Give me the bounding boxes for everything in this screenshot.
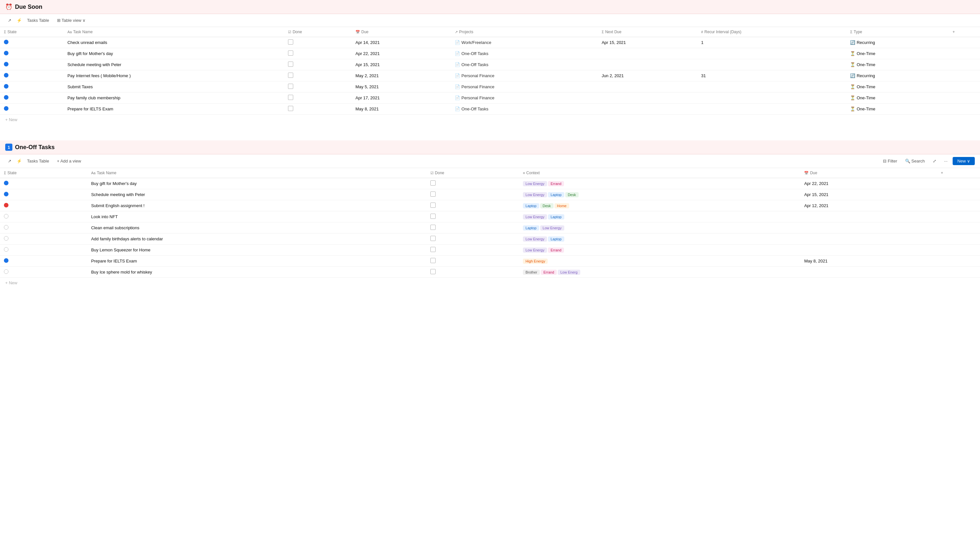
cell-projects[interactable]: 📄Work/Freelance xyxy=(451,37,598,48)
context-tag[interactable]: Brother xyxy=(523,270,540,275)
table-label[interactable]: Tasks Table xyxy=(24,157,52,165)
cell-state[interactable] xyxy=(0,211,88,222)
cell-done[interactable] xyxy=(426,233,519,245)
task-name-text[interactable]: Look into NFT xyxy=(91,214,118,219)
cell-done[interactable] xyxy=(426,256,519,267)
context-tag[interactable]: Low Energy xyxy=(523,237,547,241)
cell-state[interactable] xyxy=(0,245,88,256)
col-header-projects[interactable]: ↗Projects xyxy=(451,27,598,37)
project-link[interactable]: 📄Personal Finance xyxy=(455,84,593,89)
context-tag[interactable]: Low Energ xyxy=(558,270,580,275)
cell-state[interactable] xyxy=(0,256,88,267)
done-checkbox[interactable] xyxy=(288,73,293,78)
context-tag[interactable]: Low Energy xyxy=(523,192,547,197)
cell-done[interactable] xyxy=(426,178,519,189)
cell-state[interactable] xyxy=(0,59,64,70)
new-btn[interactable]: New ∨ xyxy=(953,157,975,165)
col-header-context[interactable]: ≡Context xyxy=(519,168,800,178)
cell-done[interactable] xyxy=(284,92,352,103)
task-name-text[interactable]: Submit Taxes xyxy=(67,84,93,89)
task-name-text[interactable]: Buy Ice sphere mold for whiskey xyxy=(91,270,152,275)
cell-projects[interactable]: 📄Personal Finance xyxy=(451,81,598,92)
done-checkbox[interactable] xyxy=(430,269,436,274)
done-checkbox[interactable] xyxy=(288,51,293,56)
done-checkbox[interactable] xyxy=(430,192,436,197)
task-name-text[interactable]: Prepare for IELTS Exam xyxy=(67,106,113,111)
cell-state[interactable] xyxy=(0,37,64,48)
table-view-btn[interactable]: ⊞ Table view ∨ xyxy=(54,17,89,24)
cell-done[interactable] xyxy=(284,70,352,81)
done-checkbox[interactable] xyxy=(288,84,293,89)
context-tag[interactable]: Errand xyxy=(548,181,564,186)
arrow-out-icon[interactable]: ↗ xyxy=(5,157,14,165)
table-label[interactable]: Tasks Table xyxy=(24,17,52,24)
task-name-text[interactable]: Check unread emails xyxy=(67,40,107,45)
cell-state[interactable] xyxy=(0,267,88,278)
cell-done[interactable] xyxy=(426,245,519,256)
done-checkbox[interactable] xyxy=(430,180,436,186)
more-options-btn[interactable]: ··· xyxy=(942,157,950,165)
context-tag[interactable]: Home xyxy=(555,203,569,208)
cell-done[interactable] xyxy=(426,267,519,278)
col-header-nextdue[interactable]: ΣNext Due xyxy=(598,27,697,37)
cell-projects[interactable]: 📄Personal Finance xyxy=(451,92,598,103)
cell-state[interactable] xyxy=(0,222,88,233)
col-add-btn[interactable]: + xyxy=(949,27,980,37)
cell-state[interactable] xyxy=(0,48,64,59)
done-checkbox[interactable] xyxy=(288,95,293,100)
project-link[interactable]: 📄Personal Finance xyxy=(455,95,593,100)
filter-btn[interactable]: ⊟ Filter xyxy=(880,157,900,165)
done-checkbox[interactable] xyxy=(430,247,436,252)
context-tag[interactable]: Laptop xyxy=(548,237,564,241)
context-tag[interactable]: Desk xyxy=(540,203,554,208)
cell-projects[interactable]: 📄Personal Finance xyxy=(451,70,598,81)
context-tag[interactable]: Low Energy xyxy=(523,214,547,219)
col-header-taskname[interactable]: AaTask Name xyxy=(88,168,426,178)
context-tag[interactable]: Laptop xyxy=(523,225,539,230)
cell-projects[interactable]: 📄One-Off Tasks xyxy=(451,103,598,114)
cell-done[interactable] xyxy=(284,48,352,59)
cell-done[interactable] xyxy=(284,81,352,92)
expand-icon[interactable]: ⤢ xyxy=(930,157,939,165)
cell-projects[interactable]: 📄One-Off Tasks xyxy=(451,48,598,59)
add-new-row[interactable]: + New xyxy=(0,278,980,288)
done-checkbox[interactable] xyxy=(288,40,293,44)
search-btn[interactable]: 🔍 Search xyxy=(902,157,928,165)
col-header-recur[interactable]: #Recur Interval (Days) xyxy=(697,27,846,37)
task-name-text[interactable]: Schedule meeting with Peter xyxy=(67,62,121,67)
cell-state[interactable] xyxy=(0,103,64,114)
cell-state[interactable] xyxy=(0,81,64,92)
context-tag[interactable]: Errand xyxy=(548,248,564,253)
task-name-text[interactable]: Buy gift for Mother's day xyxy=(91,181,137,186)
task-name-text[interactable]: Buy gift for Mother's day xyxy=(67,51,113,56)
project-link[interactable]: 📄One-Off Tasks xyxy=(455,62,593,67)
context-tag[interactable]: Low Energy xyxy=(523,248,547,253)
cell-state[interactable] xyxy=(0,233,88,245)
task-name-text[interactable]: Pay family club membership xyxy=(67,95,121,100)
done-checkbox[interactable] xyxy=(430,214,436,219)
task-name-text[interactable]: Clean email subscriptions xyxy=(91,225,140,230)
cell-done[interactable] xyxy=(284,103,352,114)
project-link[interactable]: 📄One-Off Tasks xyxy=(455,106,593,111)
done-checkbox[interactable] xyxy=(430,236,436,241)
done-checkbox[interactable] xyxy=(430,258,436,263)
cell-state[interactable] xyxy=(0,189,88,200)
col-header-done[interactable]: ☑Done xyxy=(426,168,519,178)
cell-done[interactable] xyxy=(426,189,519,200)
context-tag[interactable]: Low Energy xyxy=(523,181,547,186)
col-header-due[interactable]: 📅Due xyxy=(352,27,451,37)
col-header-type[interactable]: ΣType xyxy=(846,27,948,37)
cell-state[interactable] xyxy=(0,92,64,103)
arrow-out-icon[interactable]: ↗ xyxy=(5,17,14,24)
cell-done[interactable] xyxy=(426,222,519,233)
cell-state[interactable] xyxy=(0,70,64,81)
cell-state[interactable] xyxy=(0,178,88,189)
context-tag[interactable]: Errand xyxy=(541,270,557,275)
context-tag[interactable]: Laptop xyxy=(548,214,564,219)
cell-done[interactable] xyxy=(426,211,519,222)
task-name-text[interactable]: Pay Internet fees ( Mobile/Home ) xyxy=(67,73,130,78)
context-tag[interactable]: Desk xyxy=(565,192,579,197)
col-header-done[interactable]: ☑Done xyxy=(284,27,352,37)
task-name-text[interactable]: Schedule meeting with Peter xyxy=(91,192,145,197)
cell-done[interactable] xyxy=(284,37,352,48)
